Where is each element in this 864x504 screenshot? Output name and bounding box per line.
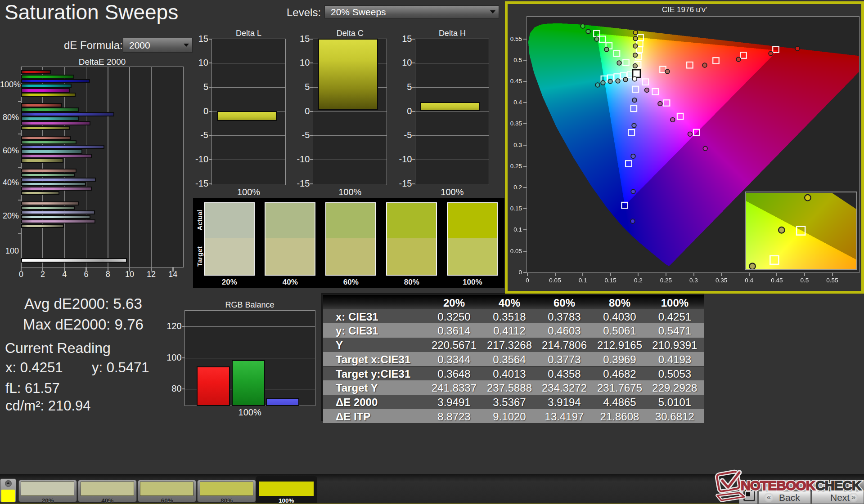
- svg-text:CHECK: CHECK: [815, 478, 862, 493]
- svg-text:NOTEBOOK: NOTEBOOK: [741, 478, 816, 493]
